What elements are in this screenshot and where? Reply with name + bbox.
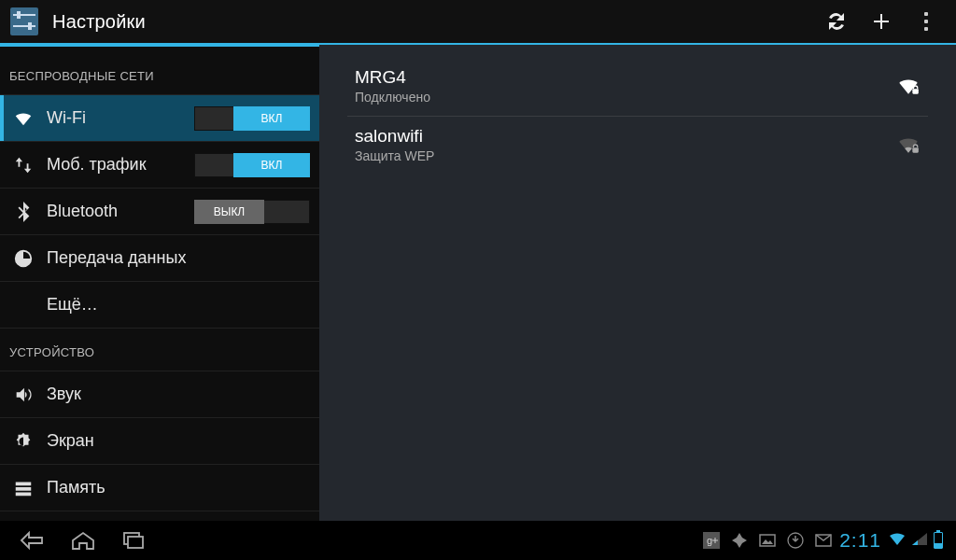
sidebar-item-bluetooth[interactable]: Bluetooth ВЫКЛ	[0, 189, 319, 235]
toggle-on-label: ВКЛ	[233, 106, 310, 131]
svg-rect-3	[17, 11, 21, 19]
gallery-icon	[759, 532, 776, 549]
svg-rect-11	[760, 535, 775, 546]
sound-icon	[11, 383, 35, 407]
action-bar: Настройки	[0, 0, 956, 45]
sidebar-item-data-usage[interactable]: Передача данных	[0, 235, 319, 282]
wifi-status-icon	[889, 532, 906, 550]
settings-sidebar: БЕСПРОВОДНЫЕ СЕТИ Wi-Fi ВКЛ Моб. т	[0, 45, 319, 521]
section-header-device: УСТРОЙСТВО	[0, 329, 319, 371]
overflow-menu-button[interactable]	[904, 0, 949, 44]
gmail-icon	[815, 532, 832, 549]
sidebar-item-label: Звук	[47, 385, 310, 404]
action-bar-title: Настройки	[52, 11, 146, 33]
wifi-signal-weak-secure-icon	[896, 133, 921, 157]
nav-recents-button[interactable]	[108, 521, 159, 560]
svg-rect-4	[28, 22, 32, 30]
sidebar-item-label: Моб. трафик	[47, 155, 194, 175]
svg-text:g: g	[707, 535, 712, 546]
nav-back-button[interactable]	[7, 521, 58, 560]
sidebar-item-storage[interactable]: Память	[0, 465, 319, 511]
sidebar-item-label: Ещё…	[47, 295, 310, 315]
status-clock[interactable]: 2:11	[839, 529, 881, 552]
svg-rect-2	[13, 25, 35, 27]
wifi-toggle[interactable]: ВКЛ	[194, 106, 310, 131]
network-item[interactable]: salonwifi Защита WEP	[347, 117, 928, 175]
wifi-icon	[11, 106, 35, 131]
svg-rect-1	[13, 14, 35, 16]
sidebar-item-more[interactable]: Ещё…	[0, 282, 319, 329]
sidebar-item-label: Bluetooth	[47, 202, 194, 221]
sidebar-item-wifi[interactable]: Wi-Fi ВКЛ	[0, 95, 319, 142]
network-ssid: MRG4	[355, 67, 896, 88]
overflow-icon	[924, 12, 928, 31]
network-status: Подключено	[355, 90, 896, 105]
system-nav-bar: g 2:11	[0, 521, 956, 560]
sidebar-item-sound[interactable]: Звук	[0, 371, 319, 418]
svg-rect-0	[10, 7, 38, 35]
notification-icons[interactable]: g	[703, 532, 832, 549]
wps-button[interactable]	[814, 0, 859, 44]
network-status: Защита WEP	[355, 148, 896, 163]
google-plus-icon: g	[703, 532, 720, 549]
network-ssid: salonwifi	[355, 126, 896, 147]
download-icon	[787, 532, 804, 549]
bluetooth-toggle[interactable]: ВЫКЛ	[194, 200, 310, 224]
settings-app-icon	[7, 5, 41, 38]
mobile-data-toggle[interactable]: ВКЛ	[194, 153, 310, 177]
nav-home-button[interactable]	[58, 521, 108, 560]
bluetooth-icon	[11, 200, 35, 224]
sidebar-item-label: Память	[47, 478, 310, 497]
network-item-connected[interactable]: MRG4 Подключено	[347, 58, 928, 117]
svg-rect-6	[912, 147, 919, 152]
svg-rect-8	[128, 537, 143, 548]
display-brightness-icon	[11, 429, 35, 454]
sidebar-item-label: Wi-Fi	[47, 108, 194, 128]
mobile-data-arrows-icon	[11, 153, 35, 177]
svg-rect-5	[912, 89, 919, 93]
storage-icon	[11, 476, 35, 500]
status-indicators[interactable]	[889, 532, 943, 550]
wifi-network-list: MRG4 Подключено salonwifi Защита WEP	[319, 45, 956, 521]
battery-icon	[934, 532, 943, 549]
cell-signal-icon	[911, 532, 928, 550]
sidebar-item-display[interactable]: Экран	[0, 418, 319, 465]
toggle-on-label: ВКЛ	[233, 153, 310, 177]
android-settings-screen: Настройки БЕСПРОВОДНЫЕ СЕТИ Wi-Fi	[0, 0, 956, 560]
add-network-button[interactable]	[859, 0, 904, 44]
wifi-signal-strong-secure-icon	[896, 74, 921, 98]
section-header-wireless: БЕСПРОВОДНЫЕ СЕТИ	[0, 52, 319, 95]
sidebar-item-mobile-data[interactable]: Моб. трафик ВКЛ	[0, 142, 319, 189]
data-usage-icon	[11, 246, 35, 271]
sidebar-item-label: Экран	[47, 431, 310, 451]
photos-sync-icon	[731, 532, 748, 549]
toggle-off-label: ВЫКЛ	[194, 200, 264, 224]
sidebar-item-label: Передача данных	[47, 248, 310, 268]
